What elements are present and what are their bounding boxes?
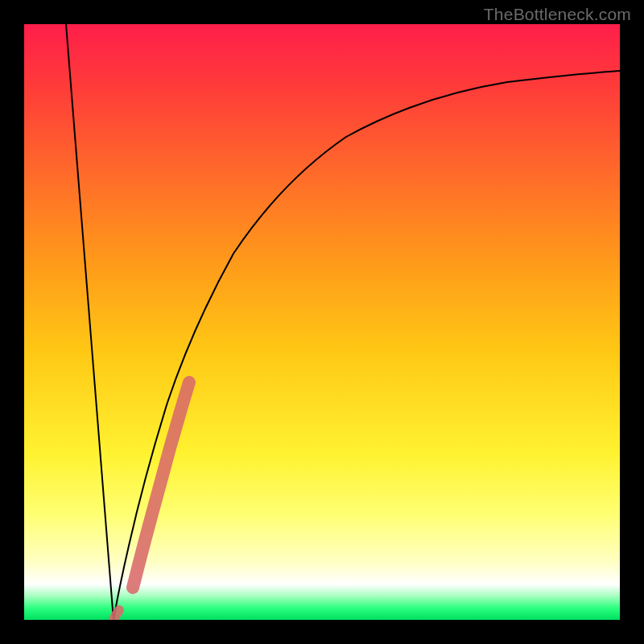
plot-area [24, 24, 620, 620]
watermark-text: TheBottleneck.com [484, 5, 631, 24]
highlight-segment [133, 382, 189, 588]
curve-vertex-hook [114, 610, 119, 620]
chart-frame: TheBottleneck.com [0, 0, 644, 644]
curve-overlay [24, 24, 620, 620]
curve-right-branch [114, 71, 620, 620]
curve-left-branch [66, 24, 114, 620]
